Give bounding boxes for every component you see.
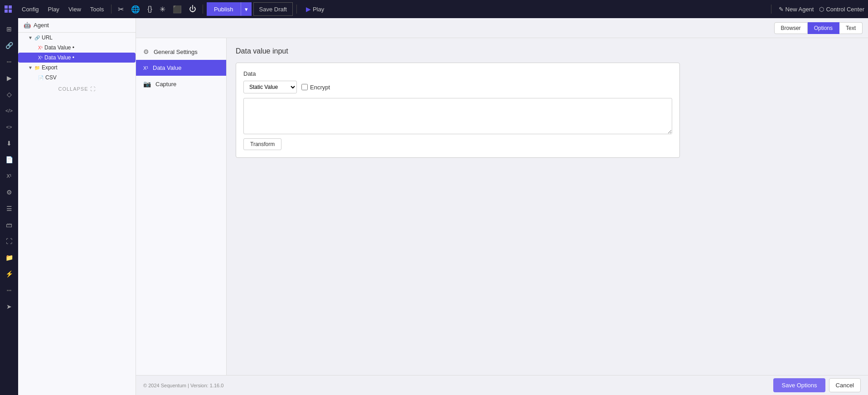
nav-data-value-label: Data Value (153, 64, 181, 71)
tool-import-icon[interactable]: ⬛ (170, 3, 184, 15)
sidebar-icon-list[interactable]: ☰ (2, 201, 16, 216)
control-center-icon: ⬡ (819, 6, 824, 13)
sidebar-icon-expand[interactable]: ⛶ (2, 234, 16, 249)
tree-item-csv[interactable]: 📄 CSV (18, 73, 136, 83)
sidebar-icon-grid[interactable]: ⊞ (2, 22, 16, 36)
main-layout: ⊞ 🔗 ••• ▶ ◇ </> <> ⬇ 📄 X¹ ⚙ ☰ 🗃 ⛶ 📁 ⚡ ••… (0, 18, 868, 395)
menu-tools[interactable]: Tools (87, 4, 107, 15)
tool-braces-icon[interactable]: {} (145, 3, 155, 15)
menu-config[interactable]: Config (18, 4, 43, 15)
nav-data-value[interactable]: X¹ Data Value (136, 60, 226, 76)
top-bar: Browser Options Text (136, 18, 868, 38)
data-type-select[interactable]: Static Value Dynamic Value Expression (243, 81, 297, 93)
tree-header-label: Agent (34, 22, 49, 29)
separator-4 (771, 5, 771, 14)
tool-asterisk-icon[interactable]: ✳ (157, 3, 168, 15)
publish-button[interactable]: Publish (207, 2, 241, 16)
settings-nav: ⚙ General Settings X¹ Data Value 📷 Captu… (136, 38, 227, 375)
tree-toggle-export[interactable]: ▾ (29, 64, 34, 71)
agent-icon: 🤖 (24, 22, 31, 29)
menu-bar: Config Play View Tools ✂ 🌐 {} ✳ ⬛ ⏻ Publ… (0, 0, 868, 18)
data-textarea[interactable] (243, 98, 672, 134)
publish-group: Publish ▾ (207, 2, 252, 16)
data-label: Data (243, 70, 672, 77)
tree-item-datavalue2[interactable]: X¹ Data Value • (18, 53, 136, 63)
export-folder-icon: 📁 (34, 65, 40, 70)
tab-group: Browser Options Text (774, 22, 863, 34)
url-icon: 🔗 (34, 35, 40, 40)
sidebar-icon-variable[interactable]: X¹ (2, 169, 16, 183)
icon-sidebar: ⊞ 🔗 ••• ▶ ◇ </> <> ⬇ 📄 X¹ ⚙ ☰ 🗃 ⛶ 📁 ⚡ ••… (0, 18, 18, 395)
datavalue1-icon: X¹ (38, 45, 43, 50)
data-card: Data Static Value Dynamic Value Expressi… (236, 63, 680, 158)
datavalue2-icon: X¹ (38, 55, 43, 60)
cancel-button[interactable]: Cancel (829, 378, 861, 392)
sidebar-icon-file[interactable]: 📄 (2, 152, 16, 167)
play-button[interactable]: ▶ Play (301, 2, 330, 16)
tree-sidebar: 🤖 Agent ▾ 🔗 URL X¹ Data Value • X¹ Data … (18, 18, 136, 395)
collapse-button[interactable]: COLLAPSE ⛶ (18, 83, 136, 95)
tool-scissors-icon[interactable]: ✂ (115, 3, 126, 15)
middle-panel: ⚙ General Settings X¹ Data Value 📷 Captu… (136, 38, 868, 375)
new-agent-icon: ✎ (779, 6, 784, 13)
publish-dropdown-button[interactable]: ▾ (241, 2, 252, 16)
menu-right: ✎ New Agent ⬡ Control Center (769, 5, 864, 14)
separator-2 (203, 5, 203, 14)
menu-view[interactable]: View (65, 4, 85, 15)
sidebar-icon-diamond[interactable]: ◇ (2, 87, 16, 102)
svg-rect-2 (5, 10, 8, 13)
tree-item-export-label: Export (42, 64, 132, 71)
encrypt-checkbox[interactable] (301, 84, 308, 90)
tree-header: 🤖 Agent (18, 18, 136, 33)
tree-item-datavalue2-label: Data Value • (44, 54, 132, 61)
data-row: Static Value Dynamic Value Expression En… (243, 81, 672, 93)
tab-text[interactable]: Text (839, 22, 863, 34)
sidebar-icon-code[interactable]: </> (2, 103, 16, 118)
sidebar-icon-lightning[interactable]: ⚡ (2, 267, 16, 281)
separator-3 (296, 5, 297, 14)
tree-item-url-label: URL (42, 34, 132, 41)
nav-capture[interactable]: 📷 Capture (136, 76, 226, 92)
menu-play[interactable]: Play (44, 4, 63, 15)
sidebar-icon-database[interactable]: 🗃 (2, 218, 16, 232)
general-settings-icon: ⚙ (143, 48, 149, 55)
tree-item-csv-label: CSV (45, 74, 132, 81)
tree-item-datavalue1[interactable]: X¹ Data Value • (18, 43, 136, 53)
logo (4, 5, 13, 14)
control-center-button[interactable]: ⬡ Control Center (819, 6, 864, 13)
encrypt-text: Encrypt (310, 84, 330, 91)
svg-rect-1 (9, 5, 12, 9)
tool-globe-icon[interactable]: 🌐 (128, 3, 143, 15)
tree-item-export[interactable]: ▾ 📁 Export (18, 63, 136, 73)
sidebar-icon-settings[interactable]: ⚙ (2, 185, 16, 200)
sidebar-icon-html[interactable]: <> (2, 120, 16, 134)
tree-toggle-url[interactable]: ▾ (29, 34, 34, 41)
nav-general-settings[interactable]: ⚙ General Settings (136, 44, 226, 60)
sidebar-icon-run[interactable]: ▶ (2, 71, 16, 85)
tree-item-datavalue1-label: Data Value • (44, 44, 132, 51)
bottom-actions: Save Options Cancel (773, 378, 861, 392)
right-panel: Data value input Data Static Value Dynam… (227, 38, 868, 375)
sidebar-icon-export[interactable]: ➤ (2, 299, 16, 314)
copyright-text: © 2024 Sequentum | Version: 1.16.0 (143, 383, 223, 388)
sidebar-icon-download[interactable]: ⬇ (2, 136, 16, 151)
sidebar-icon-more[interactable]: ••• (2, 54, 16, 69)
save-options-button[interactable]: Save Options (773, 378, 825, 392)
save-draft-button[interactable]: Save Draft (253, 2, 293, 16)
bottom-bar: © 2024 Sequentum | Version: 1.16.0 Save … (136, 375, 868, 395)
tab-browser[interactable]: Browser (774, 22, 808, 34)
new-agent-button[interactable]: ✎ New Agent (779, 6, 814, 13)
sidebar-icon-link[interactable]: 🔗 (2, 38, 16, 53)
csv-icon: 📄 (38, 75, 44, 80)
nav-capture-label: Capture (155, 81, 176, 88)
tab-options[interactable]: Options (808, 22, 839, 34)
play-triangle-icon: ▶ (306, 5, 311, 13)
panel-title: Data value input (236, 47, 859, 55)
collapse-expand-icon: ⛶ (90, 86, 96, 92)
sidebar-icon-dots[interactable]: ••• (2, 283, 16, 297)
tree-item-url[interactable]: ▾ 🔗 URL (18, 33, 136, 43)
transform-button[interactable]: Transform (243, 138, 281, 150)
encrypt-label[interactable]: Encrypt (301, 84, 330, 91)
tool-power-icon[interactable]: ⏻ (186, 3, 199, 15)
sidebar-icon-folder[interactable]: 📁 (2, 250, 16, 265)
